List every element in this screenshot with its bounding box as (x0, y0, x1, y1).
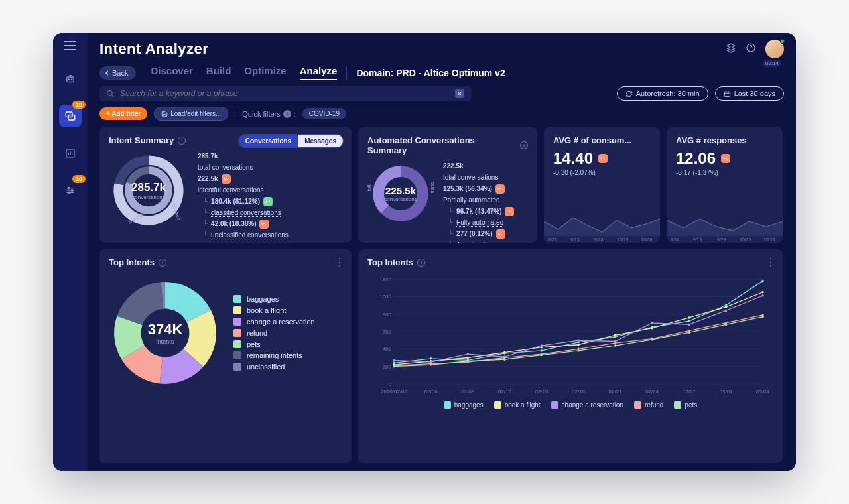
svg-text:02/06: 02/06 (424, 389, 438, 395)
legend-item[interactable]: refund (634, 401, 663, 409)
info-icon[interactable]: i (417, 259, 425, 267)
svg-point-79 (577, 344, 580, 346)
card-title: Top Intentsi (367, 257, 773, 267)
toggle-conv-msg[interactable]: Conversations Messages (238, 134, 344, 148)
legend-item[interactable]: baggages (444, 401, 484, 409)
svg-text:10/28: 10/28 (641, 237, 653, 242)
nav-conversations-icon[interactable]: 10 (59, 105, 82, 127)
svg-text:02/18: 02/18 (572, 389, 586, 395)
full-auto-link[interactable]: Fully automated (456, 217, 503, 228)
svg-point-95 (761, 294, 764, 297)
svg-text:02/24: 02/24 (645, 389, 659, 395)
add-filter-button[interactable]: + Add filter (99, 107, 147, 120)
linechart-legend: baggagesbook a flightchange a reservatio… (367, 401, 773, 409)
legend-item[interactable]: unclassified (233, 363, 315, 371)
quick-filters-label: Quick filters i : (242, 110, 296, 118)
unclassified-link[interactable]: unclassified conversations (211, 229, 289, 241)
toggle-messages: Messages (298, 135, 343, 147)
svg-text:9/13: 9/13 (570, 237, 580, 242)
kpi-sparkline: 8/289/139/2810/1310/28 (667, 202, 783, 243)
intent-summary-donut: 285.7kconversations intentful classified (109, 151, 188, 230)
card-menu-icon[interactable]: ⋮ (765, 256, 776, 269)
info-icon[interactable]: i (178, 137, 186, 145)
search-input[interactable] (120, 89, 450, 98)
card-title: Top Intentsi (109, 257, 342, 267)
layers-icon[interactable] (726, 42, 736, 56)
svg-text:10/28: 10/28 (763, 237, 775, 242)
nav-bot-icon[interactable] (59, 68, 82, 90)
user-avatar[interactable]: 02:14 (765, 40, 784, 58)
search-box[interactable]: × (99, 86, 471, 101)
svg-text:600: 600 (383, 329, 392, 335)
tab-optimize[interactable]: Optimize (244, 65, 286, 80)
intentful-link[interactable]: intentful conversations (198, 184, 264, 196)
hamburger-icon[interactable] (64, 41, 76, 53)
svg-point-82 (688, 316, 690, 319)
autorefresh-button[interactable]: Autorefresh: 30 min (617, 86, 708, 101)
svg-point-73 (761, 280, 764, 283)
partial-auto-link[interactable]: Partially automated (443, 194, 500, 206)
svg-point-7 (71, 190, 73, 192)
card-menu-icon[interactable]: ⋮ (334, 256, 345, 269)
svg-rect-4 (68, 115, 75, 121)
svg-text:03/04: 03/04 (756, 389, 770, 395)
back-button[interactable]: Back (99, 66, 136, 80)
top-intents-donut: 374Kintents (109, 277, 222, 389)
trend-down-icon (598, 154, 608, 163)
legend-item[interactable]: book a flight (233, 306, 315, 314)
separator (346, 66, 347, 80)
svg-text:02/27: 02/27 (683, 389, 696, 395)
load-filters-button[interactable]: Load/edit filters... (154, 107, 228, 121)
legend-item[interactable]: pets (674, 401, 697, 409)
card-title: AVG # of consum... (553, 135, 651, 145)
clear-search-icon[interactable]: × (455, 89, 464, 98)
nav-badge: 10 (72, 101, 86, 109)
session-timer: 02:14 (763, 60, 781, 67)
svg-point-76 (466, 357, 469, 359)
separator (235, 107, 235, 121)
svg-point-80 (614, 334, 617, 336)
nav-rail: 10 10 (53, 33, 88, 471)
top-intents-linechart: 0200400600800100012002020/02/0202/0602/0… (367, 274, 773, 397)
tab-discover[interactable]: Discover (151, 65, 192, 80)
nav-badge: 10 (72, 175, 86, 183)
nav-analytics-icon[interactable] (59, 142, 82, 164)
legend-item[interactable]: refund (233, 329, 315, 337)
legend-item[interactable]: change a reservation (551, 401, 623, 409)
tab-analyze[interactable]: Analyze (300, 65, 338, 80)
info-icon[interactable]: i (159, 259, 166, 267)
svg-point-84 (761, 291, 764, 294)
legend-item[interactable]: book a flight (494, 401, 541, 409)
tab-build[interactable]: Build (206, 65, 231, 80)
daterange-button[interactable]: Last 30 days (715, 86, 784, 101)
svg-point-77 (503, 351, 506, 354)
nav-sliders-icon[interactable]: 10 (59, 179, 82, 202)
trend-down-icon (505, 207, 514, 216)
svg-text:9/28: 9/28 (717, 237, 726, 242)
svg-point-87 (466, 353, 469, 355)
header: Intent Analyzer 02:14 (88, 33, 796, 65)
svg-point-90 (577, 339, 580, 342)
svg-text:9/28: 9/28 (594, 237, 604, 242)
top-intents-legend: baggagesbook a flightchange a reservatio… (233, 292, 315, 374)
svg-point-92 (651, 322, 653, 324)
svg-point-67 (541, 349, 543, 352)
help-icon[interactable] (746, 42, 756, 56)
svg-text:03/01: 03/01 (719, 389, 733, 395)
svg-point-8 (68, 192, 70, 194)
quick-filter-chip[interactable]: COVID-19 (302, 108, 346, 119)
classified-link[interactable]: classified conversations (211, 207, 281, 218)
svg-point-64 (430, 357, 432, 360)
legend-item[interactable]: change a reservation (233, 318, 315, 326)
kpi-delta: -0.17 (-1.37%) (676, 169, 773, 176)
legend-item[interactable]: pets (233, 340, 315, 348)
svg-text:800: 800 (383, 312, 392, 318)
legend-item[interactable]: baggages (233, 295, 315, 303)
legend-item[interactable]: remaining intents (233, 351, 315, 359)
agent-only-link[interactable]: Agent-only (456, 239, 488, 243)
svg-point-1 (68, 79, 70, 80)
card-kpi-consumers: AVG # of consum... 14.40 -0.30 (-2.07%) … (544, 127, 660, 243)
info-icon[interactable]: i (520, 141, 528, 149)
search-icon (106, 90, 115, 98)
card-title: AVG # responses (676, 135, 773, 145)
